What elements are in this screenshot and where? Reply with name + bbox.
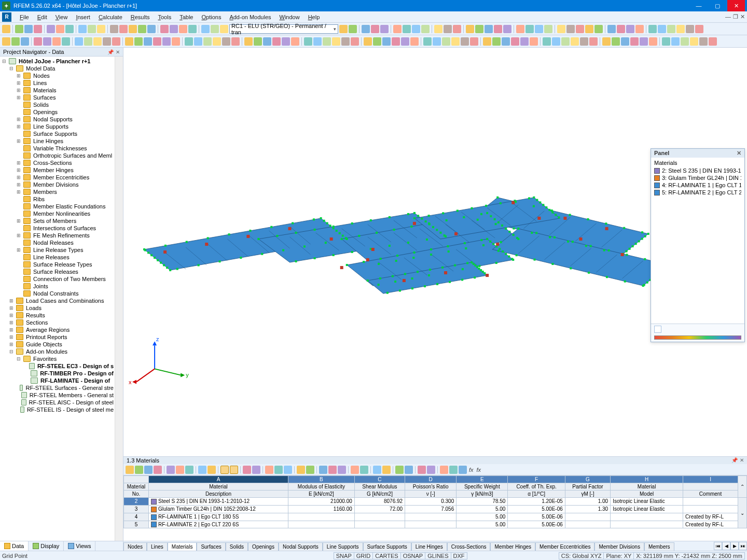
menu-options[interactable]: Options [197, 13, 225, 21]
menu-table[interactable]: Table [175, 13, 197, 21]
table-toolbutton[interactable] [144, 466, 153, 474]
minimize-button[interactable]: — [690, 0, 708, 11]
menu-edit[interactable]: Edit [33, 13, 51, 21]
toolbar-button[interactable] [129, 25, 137, 33]
table-toolbutton[interactable] [176, 466, 184, 474]
toolbar-button[interactable] [423, 37, 432, 46]
toolbar-button[interactable] [392, 37, 400, 46]
toolbar-button[interactable] [686, 25, 694, 33]
table-tab[interactable]: Line Hinges [411, 542, 447, 551]
toolbar-button[interactable] [485, 25, 493, 33]
materials-table[interactable]: ABCDEFGHI⌃MaterialMaterialModulus of Ela… [123, 475, 747, 541]
toolbar-button[interactable] [254, 37, 262, 46]
status-toggle[interactable]: OSNAP [400, 552, 426, 559]
toolbar-button[interactable] [552, 37, 560, 46]
toolbar-button[interactable] [621, 37, 629, 46]
toolbar-button[interactable] [179, 25, 187, 33]
toolbar-button[interactable] [494, 25, 502, 33]
toolbar-button[interactable] [2, 25, 10, 33]
toolbar-button[interactable] [188, 25, 197, 33]
table-toolbutton[interactable] [274, 466, 283, 474]
tree-scrollbar[interactable] [115, 57, 123, 541]
toolbar-button[interactable] [62, 37, 70, 46]
toolbar-button[interactable] [617, 25, 625, 33]
toolbar-button[interactable] [203, 37, 212, 46]
toolbar-button[interactable] [11, 37, 20, 46]
toolbar-button[interactable] [153, 37, 161, 46]
toolbar-button[interactable] [676, 25, 685, 33]
toolbar-button[interactable] [119, 25, 128, 33]
toolbar-button[interactable] [695, 25, 703, 33]
toolbar-button[interactable] [15, 25, 23, 33]
toolbar-button[interactable] [530, 37, 538, 46]
toolbar-button[interactable] [403, 25, 411, 33]
tree-item[interactable]: Connection of Two Members [0, 275, 115, 283]
table-tab[interactable]: Line Supports [323, 542, 363, 551]
maximize-button[interactable]: ▢ [709, 0, 726, 11]
toolbar-button[interactable] [84, 37, 92, 46]
toolbar-button[interactable] [649, 37, 657, 46]
tree-item[interactable]: ⊞Line Release Types [0, 246, 115, 254]
tree-item[interactable]: RF-STEEL AISC - Design of steel [0, 399, 115, 406]
toolbar-button[interactable] [362, 25, 370, 33]
tree-item[interactable]: RF-STEEL Surfaces - General stre [0, 384, 115, 391]
panel-close-icon[interactable]: ✕ [737, 150, 741, 157]
table-tab[interactable]: Member Eccentricities [535, 542, 594, 551]
toolbar-button[interactable] [434, 25, 442, 33]
toolbar-button[interactable] [525, 25, 534, 33]
mdi-minimize-icon[interactable]: — [725, 13, 731, 20]
tree-item[interactable]: ⊞Guide Objects [0, 341, 115, 348]
tree-item[interactable]: Solids [0, 101, 115, 108]
toolbar-button[interactable] [561, 37, 570, 46]
toolbar-button[interactable] [492, 37, 501, 46]
table-tab[interactable]: Surfaces [197, 542, 225, 551]
table-tab[interactable]: Member Hinges [490, 542, 535, 551]
menu-insert[interactable]: Insert [72, 13, 94, 21]
status-toggle[interactable]: DXF [451, 552, 467, 559]
table-tab-nav[interactable]: ⏮ [714, 542, 722, 550]
nav-tab-data[interactable]: Data [0, 541, 29, 551]
toolbar-button[interactable] [185, 37, 193, 46]
toolbar-button[interactable] [213, 37, 221, 46]
tree-item[interactable]: ⊞Materials [0, 87, 115, 94]
toolbar-button[interactable] [47, 25, 55, 33]
toolbar-button[interactable] [75, 37, 83, 46]
tree-item[interactable]: Variable Thicknesses [0, 145, 115, 152]
status-toggle[interactable]: GRID [354, 552, 374, 559]
toolbar-button[interactable] [470, 37, 478, 46]
menu-calculate[interactable]: Calculate [94, 13, 127, 21]
tree-item[interactable]: ⊞Line Supports [0, 123, 115, 130]
toolbar-button[interactable] [222, 37, 230, 46]
toolbar-button[interactable] [612, 37, 620, 46]
toolbar-button[interactable] [502, 37, 510, 46]
table-tab-nav[interactable]: ◀ [722, 542, 730, 550]
tree-item[interactable]: ⊞Average Regions [0, 326, 115, 333]
table-tab[interactable]: Materials [168, 542, 197, 551]
toolbar-button[interactable] [580, 37, 588, 46]
table-tab-nav[interactable]: ▶ [730, 542, 739, 550]
toolbar-button[interactable] [34, 25, 42, 33]
tree-item[interactable]: ⊞Member Divisions [0, 181, 115, 188]
toolbar-button[interactable] [112, 37, 120, 46]
tree-item[interactable]: Member Elastic Foundations [0, 203, 115, 210]
toolbar-button[interactable] [483, 37, 491, 46]
table-close-icon[interactable]: ✕ [740, 457, 744, 464]
toolbar-button[interactable] [433, 37, 441, 46]
toolbar-button[interactable] [263, 37, 271, 46]
toolbar-button[interactable] [351, 37, 359, 46]
tree-item[interactable]: Intersections of Surfaces [0, 225, 115, 232]
table-toolbutton[interactable] [395, 466, 404, 474]
menu-tools[interactable]: Tools [154, 13, 175, 21]
table-toolbutton[interactable] [351, 466, 359, 474]
table-toolbutton[interactable] [208, 466, 216, 474]
table-tab[interactable]: Nodal Supports [279, 542, 323, 551]
toolbar-button[interactable] [56, 25, 64, 33]
table-tab[interactable]: Solids [226, 542, 248, 551]
toolbar-button[interactable] [626, 25, 634, 33]
tree-item[interactable]: ⊞Nodes [0, 72, 115, 79]
menu-results[interactable]: Results [127, 13, 154, 21]
tree-item[interactable]: ⊞Printout Reports [0, 333, 115, 341]
toolbar-button[interactable] [594, 25, 603, 33]
toolbar-button[interactable] [635, 25, 644, 33]
table-toolbutton[interactable] [306, 466, 314, 474]
